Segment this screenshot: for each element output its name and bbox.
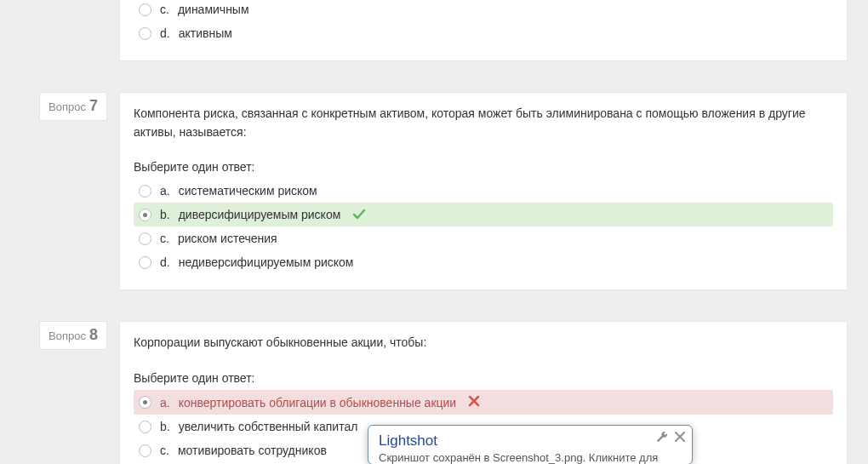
answer-letter: c. — [160, 3, 169, 16]
question-card: c. динамичным d. активным — [119, 0, 848, 61]
question-number-badge: Вопрос 7 — [39, 92, 107, 121]
answer-option[interactable]: c. динамичным — [134, 0, 833, 21]
answer-text: увеличить собственный капитал — [179, 420, 358, 433]
answer-letter: a. — [160, 396, 170, 410]
question-number: 7 — [89, 96, 98, 115]
question-word: Вопрос — [49, 327, 86, 346]
radio-icon[interactable] — [139, 232, 151, 245]
radio-icon[interactable] — [139, 256, 151, 269]
cross-icon — [468, 395, 480, 410]
answer-letter: d. — [160, 255, 170, 269]
answer-text: недиверсифицируемым риском — [179, 255, 354, 269]
choose-one-prompt: Выберите один ответ: — [134, 371, 833, 385]
answer-option[interactable]: a. систематическим риском — [134, 179, 833, 203]
answer-letter: c. — [160, 232, 169, 245]
answer-text: риском истечения — [178, 232, 277, 245]
answer-text: мотивировать сотрудников — [178, 444, 327, 457]
question-card: Компонента риска, связанная с конкретным… — [119, 92, 848, 290]
question-number: 8 — [89, 325, 98, 344]
answer-letter: b. — [160, 420, 170, 433]
answer-letter: d. — [160, 26, 170, 40]
radio-icon[interactable] — [139, 421, 151, 433]
answer-letter: c. — [160, 444, 169, 457]
radio-icon[interactable] — [139, 3, 151, 16]
question-stem: Компонента риска, связанная с конкретным… — [134, 105, 833, 141]
radio-icon[interactable] — [139, 185, 151, 198]
answer-option-incorrect[interactable]: a. конвертировать облигации в обыкновенн… — [134, 390, 833, 415]
radio-icon[interactable] — [139, 27, 151, 40]
answer-text: систематическим риском — [179, 184, 317, 198]
question-number-badge: Вопрос 8 — [39, 321, 107, 350]
answer-text: динамичным — [178, 3, 249, 16]
close-icon[interactable] — [675, 431, 685, 445]
wrench-icon[interactable] — [656, 431, 668, 445]
lightshot-title: Lightshot — [379, 432, 682, 450]
lightshot-popup[interactable]: Lightshot Скриншот сохранён в Screenshot… — [368, 425, 693, 464]
lightshot-subtitle: Скриншот сохранён в Screenshot_3.png. Кл… — [379, 451, 682, 464]
radio-icon[interactable] — [139, 209, 151, 221]
answer-text: диверсифицируемым риском — [179, 208, 341, 221]
answer-text: активным — [179, 26, 232, 40]
answer-option-correct[interactable]: b. диверсифицируемым риском — [134, 203, 833, 226]
question-stem: Корпорации выпускают обыкновенные акции,… — [134, 334, 833, 352]
choose-one-prompt: Выберите один ответ: — [134, 160, 833, 174]
answer-letter: b. — [160, 208, 170, 221]
answer-text: конвертировать облигации в обыкновенные … — [179, 396, 456, 410]
question-word: Вопрос — [49, 98, 86, 117]
answer-option[interactable]: d. активным — [134, 21, 833, 45]
checkmark-icon — [352, 208, 366, 221]
radio-icon[interactable] — [139, 444, 151, 457]
answer-letter: a. — [160, 184, 170, 198]
answer-option[interactable]: c. риском истечения — [134, 226, 833, 250]
radio-icon[interactable] — [139, 396, 151, 409]
answer-option[interactable]: d. недиверсифицируемым риском — [134, 250, 833, 274]
